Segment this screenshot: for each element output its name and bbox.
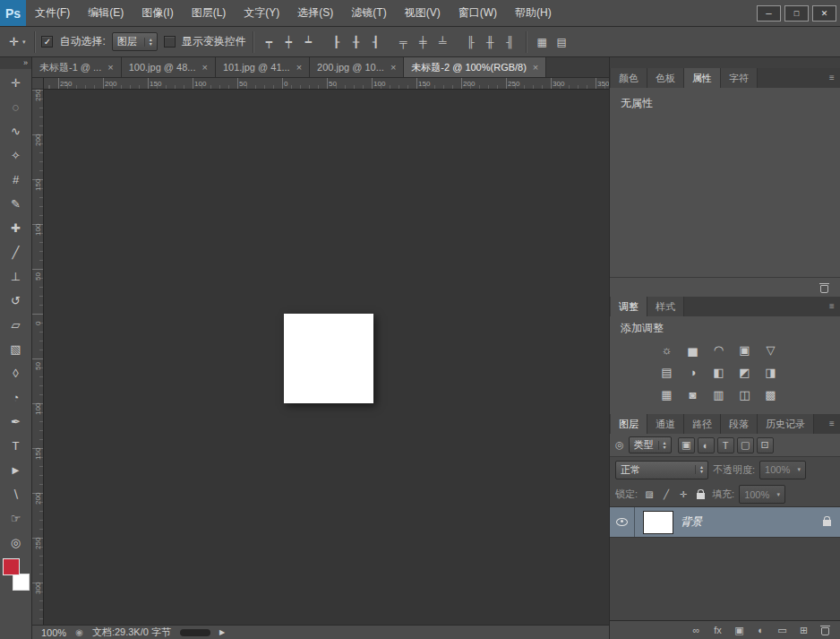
panel-tab-properties[interactable]: 属性 (684, 68, 721, 88)
opacity-dropdown[interactable]: 100% ▾ (759, 461, 806, 479)
adjustment-vibrance-icon[interactable]: ▽ (760, 340, 782, 360)
tab-close-icon[interactable]: × (201, 62, 207, 73)
distribute-bottom-edges-icon[interactable]: ╧ (433, 33, 452, 51)
close-button[interactable]: ✕ (812, 5, 836, 22)
align-horizontal-centers-icon[interactable]: ╂ (347, 33, 365, 51)
delete-layer-icon[interactable] (819, 625, 831, 635)
panel-tab-paragraph[interactable]: 段落 (721, 414, 758, 434)
distribute-horizontal-centers-icon[interactable]: ╫ (481, 33, 500, 51)
eyedropper-tool[interactable]: ✎ (1, 192, 31, 216)
filter-pixel-layers-icon[interactable]: ▣ (678, 437, 695, 453)
panel-tab-swatches[interactable]: 色板 (647, 68, 684, 88)
tab-close-icon[interactable]: × (533, 62, 538, 73)
panel-tab-layers[interactable]: 图层 (611, 414, 647, 434)
ruler-corner[interactable] (32, 78, 44, 90)
line-tool[interactable]: ∖ (1, 482, 31, 506)
adjustment-black-white-icon[interactable]: ◧ (708, 362, 730, 383)
link-layers-icon[interactable]: ∞ (690, 625, 702, 635)
lock-all-icon[interactable] (693, 488, 707, 502)
adjustment-channel-mixer-icon[interactable]: ◨ (760, 362, 782, 383)
adjustment-photo-filter-icon[interactable]: ◩ (734, 362, 756, 383)
adjustment-posterize-icon[interactable]: ▥ (708, 384, 730, 405)
filter-smart-objects-icon[interactable]: ⊡ (757, 437, 774, 453)
align-top-edges-icon[interactable]: ┯ (260, 33, 279, 51)
layer-row[interactable]: 背景 (610, 507, 840, 538)
menubar-item-layer[interactable]: 图层(L) (183, 0, 236, 26)
show-transform-checkbox[interactable] (164, 36, 176, 47)
crop-tool[interactable]: # (1, 168, 31, 192)
menubar-item-filter[interactable]: 滤镜(T) (342, 0, 395, 26)
document-canvas[interactable] (284, 314, 373, 403)
fill-dropdown[interactable]: 100% ▾ (739, 485, 785, 504)
lock-image-pixels-icon[interactable]: ╱ (659, 488, 673, 502)
spot-healing-brush-tool[interactable]: ✚ (1, 216, 31, 240)
new-adjustment-layer-icon[interactable]: ◐ (755, 625, 767, 635)
adjustment-color-lookup-icon[interactable]: ▦ (656, 384, 678, 405)
delete-icon[interactable] (819, 282, 829, 293)
eraser-tool[interactable]: ▱ (1, 313, 31, 337)
align-vertical-centers-icon[interactable]: ┿ (279, 33, 298, 51)
distribute-left-edges-icon[interactable]: ╟ (461, 33, 480, 51)
status-flyout-icon[interactable]: ▶ (219, 628, 225, 636)
menubar-item-image[interactable]: 图像(I) (133, 0, 182, 26)
panel-tab-styles[interactable]: 样式 (647, 297, 684, 316)
panel-tab-paths[interactable]: 路径 (684, 414, 721, 434)
layer-visibility-toggle[interactable] (610, 507, 635, 537)
restore-button[interactable]: □ (784, 5, 809, 22)
align-right-edges-icon[interactable]: ┨ (366, 33, 385, 51)
menubar-item-help[interactable]: 帮助(H) (506, 0, 561, 26)
tab-close-icon[interactable]: × (296, 62, 302, 73)
blend-mode-dropdown[interactable]: 正常 ▴▾ (615, 461, 708, 479)
type-tool[interactable]: T (1, 434, 31, 458)
distribute-right-edges-icon[interactable]: ╢ (501, 33, 519, 51)
zoom-tool[interactable]: ◎ (1, 531, 31, 555)
menubar-item-type[interactable]: 文字(Y) (235, 0, 288, 26)
panel-tab-color[interactable]: 颜色 (611, 68, 647, 88)
panel-tab-history[interactable]: 历史记录 (758, 414, 814, 434)
document-tab-5[interactable]: 未标题-2 @ 100%(RGB/8)× (404, 57, 546, 77)
auto-select-target-dropdown[interactable]: 图层 ▴▾ (112, 32, 158, 51)
adjustment-exposure-icon[interactable]: ▣ (734, 340, 756, 360)
menubar-item-select[interactable]: 选择(S) (288, 0, 342, 26)
tool-preset-picker[interactable]: ✛ ▾ (6, 33, 28, 50)
tab-close-icon[interactable]: × (390, 62, 396, 73)
zoom-level[interactable]: 100% (41, 627, 66, 638)
filter-shape-layers-icon[interactable]: ▢ (737, 437, 754, 453)
document-tab-3[interactable]: 101.jpg @ 41...× (216, 57, 310, 77)
panel-menu-icon[interactable]: ≡ (824, 297, 840, 316)
new-layer-icon[interactable]: ⊞ (798, 625, 810, 636)
gradient-tool[interactable]: ▧ (1, 337, 31, 361)
adjustment-brightness-contrast-icon[interactable]: ☼ (656, 340, 678, 360)
arrange-documents-icon[interactable]: ▤ (553, 33, 571, 51)
filter-type-dropdown[interactable]: 类型 ▴▾ (629, 436, 672, 453)
adjustment-gradient-map-icon[interactable]: ▩ (760, 384, 782, 405)
document-tab-2[interactable]: 100.jpg @ 48...× (122, 57, 216, 77)
new-group-icon[interactable]: ▭ (776, 625, 788, 636)
align-bottom-edges-icon[interactable]: ┷ (299, 33, 318, 51)
move-tool[interactable]: ✛ (1, 71, 31, 95)
adjustment-color-balance-icon[interactable]: ◑ (682, 362, 704, 383)
canvas-area[interactable]: 25020015010050050100150200250300350 2502… (32, 78, 609, 625)
lasso-tool[interactable]: ∿ (1, 119, 31, 143)
menubar-item-view[interactable]: 视图(V) (396, 0, 450, 26)
panel-tab-channels[interactable]: 通道 (647, 414, 684, 434)
hand-tool[interactable]: ☞ (1, 506, 31, 531)
distribute-top-edges-icon[interactable]: ╤ (394, 33, 413, 51)
vertical-ruler[interactable]: 25020015010050050100150200250300 (32, 90, 44, 625)
path-selection-tool[interactable]: ► (1, 458, 31, 482)
filter-type-layers-icon[interactable]: T (717, 437, 734, 453)
adjustment-hue-saturation-icon[interactable]: ▤ (656, 362, 678, 383)
filter-adjustment-layers-icon[interactable]: ◐ (698, 437, 715, 453)
document-tab-1[interactable]: 未标题-1 @ ...× (32, 57, 122, 77)
background-color-swatch[interactable] (13, 574, 30, 591)
brush-tool[interactable]: ╱ (1, 240, 31, 264)
panel-menu-icon[interactable]: ≡ (824, 68, 840, 88)
auto-align-layers-icon[interactable]: ▦ (533, 33, 552, 51)
history-brush-tool[interactable]: ↺ (1, 289, 31, 313)
adjustment-invert-icon[interactable]: ◙ (682, 384, 704, 405)
clone-stamp-tool[interactable]: ⊥ (1, 264, 31, 289)
panel-tab-adjustments[interactable]: 调整 (611, 297, 647, 316)
horizontal-ruler[interactable]: 25020015010050050100150200250300350 (44, 78, 609, 90)
menubar-item-edit[interactable]: 编辑(E) (79, 0, 133, 26)
auto-select-checkbox[interactable]: ✓ (41, 36, 53, 47)
